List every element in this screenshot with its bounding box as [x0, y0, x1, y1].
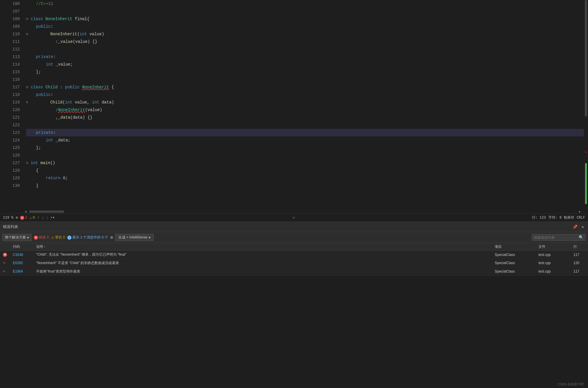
code-line-111: :_value(value) {} — [26, 38, 584, 45]
nav-up-btn[interactable]: ↑ — [37, 216, 39, 220]
code-token: class — [31, 15, 45, 23]
build-dropdown-icon: ▾ — [149, 236, 150, 240]
code-line-114: int _value; — [26, 61, 584, 68]
editor-area: 1061071081091101111121131141151161171181… — [0, 0, 588, 210]
code-line-118: public: — [26, 91, 584, 99]
warning-count-badge: ⚠ 0 — [29, 215, 35, 220]
error-line: 117 — [571, 267, 588, 276]
line-number-126: 126 — [0, 152, 20, 159]
code-token: : — [51, 23, 53, 30]
fold-icon[interactable]: ⊟ — [26, 30, 30, 38]
code-line-110: ⊟ NoneInherit(int value) — [26, 30, 584, 38]
code-line-128: { — [26, 167, 584, 174]
col-info: 字符: 9 — [548, 215, 562, 220]
horiz-arrow-right[interactable]: ▶ — [578, 209, 582, 214]
horiz-scrollbar[interactable]: ◀ ▶ — [0, 210, 588, 213]
code-token: () — [50, 159, 55, 167]
warning-count: 0 — [33, 216, 35, 220]
close-panel-button[interactable]: ✕ — [580, 224, 585, 230]
zoom-level: 119 % — [3, 216, 13, 220]
code-line-125: }; — [26, 144, 584, 152]
error-icon: ✕ — [34, 236, 38, 240]
error-message: "NoneInherit" 不是类 "Child" 的非静态数据成员或基类 — [33, 259, 492, 267]
build-intellisense-btn[interactable]: 生成 + IntelliSense ▾ — [115, 234, 154, 241]
code-token — [26, 174, 46, 182]
fold-icon[interactable]: ⊟ — [26, 83, 30, 91]
col-header-code[interactable]: 代码 — [10, 243, 33, 251]
error-code: E0292 — [10, 259, 33, 267]
pin-button[interactable]: 📌 — [571, 224, 579, 230]
warning-badge: ⚠ 警告 0 — [51, 235, 65, 240]
line-number-113: 113 — [0, 53, 20, 61]
scrollbar-mark-green — [585, 163, 587, 204]
code-token: _data; — [53, 136, 70, 144]
scrollbar-track[interactable] — [584, 0, 588, 210]
filter-config-icon[interactable]: ⚙ — [110, 235, 113, 240]
nav-down-btn[interactable]: ↓ — [42, 216, 44, 220]
error-project: SpecialClass — [492, 267, 536, 276]
line-number-110: 110 — [0, 30, 20, 38]
code-token: (value) {} — [73, 38, 97, 45]
code-token — [26, 91, 36, 99]
line-numbers: 1061071081091101111121131141151161171181… — [0, 0, 23, 210]
status-bar: 119 % ⚙ ✕ 2 ⚠ 0 ↑ ↓ | ⚡▾ ◀ 行: 123 字符: 9 … — [0, 213, 588, 222]
col-project-label: 项目 — [495, 245, 502, 249]
error-message: 不能将"final"类类型用作基类 — [33, 267, 492, 276]
horiz-arrow-left[interactable]: ◀ — [23, 209, 28, 214]
line-number-114: 114 — [0, 61, 20, 68]
code-line-119: ⊟ Child(int value, int data) — [26, 99, 584, 106]
col-header-message[interactable]: 说明 ↑ — [33, 243, 492, 251]
error-project: SpecialClass — [492, 251, 536, 259]
fold-icon[interactable]: ⊟ — [26, 15, 30, 23]
settings-icon[interactable]: ⚙ — [16, 215, 18, 220]
code-token: 0 — [63, 174, 65, 182]
error-file: test.cpp — [536, 251, 571, 259]
squiggle-icon: ≈ — [3, 269, 6, 274]
line-number-121: 121 — [0, 114, 20, 121]
code-line-113: private: — [26, 53, 584, 61]
code-content[interactable]: //C++11⊟ class NoneInherit final{ public… — [23, 0, 584, 210]
col-line-label: 行 — [573, 245, 577, 249]
col-header-project[interactable]: 项目 — [492, 243, 536, 251]
line-number-106: 106 — [0, 0, 20, 8]
search-input[interactable] — [534, 236, 578, 240]
code-token: _value; — [53, 61, 73, 68]
code-token: public — [36, 91, 51, 99]
warning-badge-label: 警告 0 — [55, 235, 65, 240]
line-number-116: 116 — [0, 76, 20, 83]
table-row[interactable]: ≈E0292"NoneInherit" 不是类 "Child" 的非静态数据成员… — [0, 259, 588, 267]
code-line-107 — [26, 8, 584, 15]
code-token: ; — [65, 174, 68, 182]
horiz-thumb[interactable] — [29, 210, 64, 213]
fold-icon[interactable]: ⊟ — [26, 99, 30, 106]
code-token: ; — [38, 68, 41, 76]
error-table: 代码 说明 ↑ 项目 文件 行 ✕C3246"Child": 无法从 "None… — [0, 243, 588, 276]
fold-icon[interactable]: ⊟ — [26, 159, 30, 167]
scrollbar-thumb[interactable] — [585, 0, 587, 117]
scope-dropdown[interactable]: 整个解决方案 ▾ — [2, 234, 31, 241]
table-row[interactable]: ≈E1904不能将"final"类类型用作基类SpecialClasstest.… — [0, 267, 588, 276]
error-badge-label: 错误 3 — [39, 235, 49, 240]
line-number-125: 125 — [0, 144, 20, 152]
error-code: E1904 — [10, 267, 33, 276]
code-token: (data) {} — [70, 114, 92, 121]
line-number-119: 119 — [0, 99, 20, 106]
code-token: //C++11 — [26, 0, 53, 8]
search-icon: 🔍 — [579, 235, 584, 240]
code-token — [26, 136, 46, 144]
panel-header: 错误列表 📌 ✕ — [0, 222, 588, 232]
table-row[interactable]: ✕C3246"Child": 无法从 "NoneInherit" 继承，因为它已… — [0, 251, 588, 259]
col-header-file[interactable]: 文件 — [536, 243, 571, 251]
code-line-108: ⊟ class NoneInherit final{ — [26, 15, 584, 23]
code-token — [26, 129, 36, 136]
search-box[interactable]: 🔍 — [532, 234, 586, 241]
code-line-117: ⊟ class Child : public NoneInherit { — [26, 83, 584, 91]
col-message-label: 说明 — [36, 245, 43, 249]
code-token: NoneInherit — [50, 30, 77, 38]
col-header-line[interactable]: 行 — [571, 243, 588, 251]
code-token: : — [53, 129, 55, 136]
filter-icon[interactable]: ⚡▾ — [50, 215, 55, 220]
code-token: final{ — [72, 15, 89, 23]
code-token: return — [46, 174, 63, 182]
code-line-123: private: — [26, 129, 584, 136]
